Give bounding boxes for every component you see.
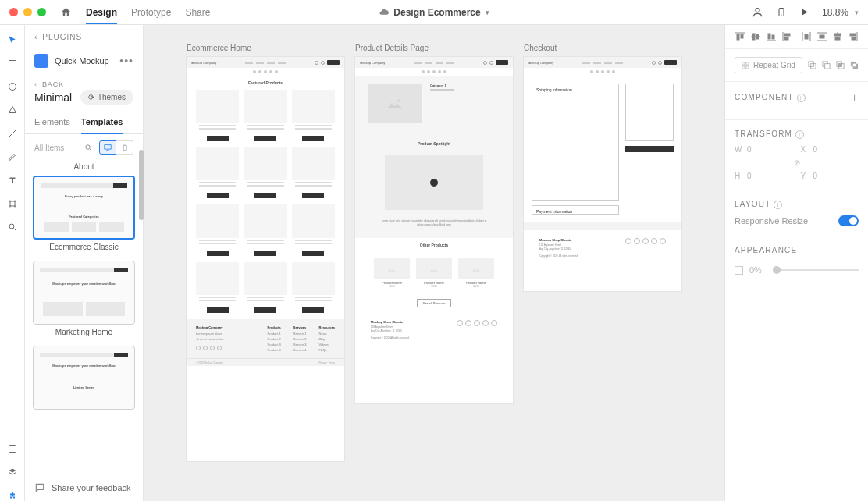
align-bottom-icon[interactable] — [766, 31, 777, 42]
opacity-value[interactable]: 0% — [749, 265, 762, 275]
back-chevron-icon: ‹ — [34, 33, 37, 41]
info-icon[interactable]: i — [797, 94, 806, 102]
exclude-op-icon[interactable] — [849, 61, 859, 70]
artboard-body[interactable]: Mockup Company Shipping Information Paym… — [524, 57, 681, 291]
mobile-icon[interactable] — [116, 140, 133, 155]
back-button[interactable]: ‹ BACK — [25, 73, 143, 90]
titlebar-right: 18.8% ▾ — [752, 6, 859, 19]
zoom-tool-icon[interactable] — [7, 222, 18, 233]
canvas[interactable]: Ecommerce Home Mockup Company Featured P… — [144, 25, 724, 501]
template-item[interactable]: Mockups empower your creative workflow L… — [33, 346, 135, 410]
width-field[interactable]: W0 — [735, 145, 793, 154]
template-thumb: Every product has a story Featured Categ… — [33, 176, 135, 240]
play-icon[interactable] — [799, 6, 811, 19]
plugins-icon[interactable] — [7, 490, 18, 501]
svg-line-5 — [9, 130, 16, 137]
line-tool-icon[interactable] — [7, 128, 18, 139]
chevron-down-icon: ▾ — [855, 9, 859, 16]
artboard-name[interactable]: Checkout — [524, 44, 681, 52]
artboard-body[interactable]: Mockup Company Featured Products — [187, 57, 344, 461]
add-op-icon[interactable] — [807, 61, 816, 70]
info-icon[interactable]: i — [795, 130, 804, 139]
artboard-name[interactable]: Ecommerce Home — [187, 44, 344, 52]
artboard[interactable]: Ecommerce Home Mockup Company Featured P… — [187, 44, 344, 461]
svg-rect-38 — [852, 37, 856, 40]
align-left-icon[interactable] — [781, 31, 792, 42]
template-item[interactable]: Mockups empower your creative workflow M… — [33, 261, 135, 336]
svg-rect-34 — [834, 34, 841, 36]
svg-rect-26 — [784, 37, 788, 40]
align-top-icon[interactable] — [735, 31, 745, 42]
tab-share[interactable]: Share — [185, 7, 210, 18]
chat-icon — [34, 482, 45, 493]
distribute-h-icon[interactable] — [801, 31, 812, 42]
responsive-label: Responsive Resize — [735, 216, 808, 226]
mobile-icon[interactable] — [775, 6, 788, 19]
ellipse-tool-icon[interactable] — [7, 81, 18, 92]
tab-elements[interactable]: Elements — [34, 112, 70, 133]
align-hcenter-icon[interactable] — [832, 31, 843, 42]
align-right-icon[interactable] — [848, 31, 859, 42]
subtract-op-icon[interactable] — [821, 61, 831, 70]
svg-rect-17 — [741, 34, 743, 38]
tab-design[interactable]: Design — [86, 7, 117, 24]
opacity-slider[interactable] — [773, 269, 859, 271]
artboard[interactable]: Checkout Mockup Company Shipping Informa… — [524, 44, 681, 461]
desktop-icon[interactable] — [99, 140, 116, 155]
y-field[interactable]: Y0 — [801, 172, 859, 180]
artboard-body[interactable]: Mockup Company Category 1 Product Spotli… — [355, 57, 513, 403]
titlebar: Design Prototype Share Design Ecommerce … — [0, 0, 868, 25]
feedback-button[interactable]: Share your feedback — [25, 474, 143, 501]
home-icon[interactable] — [60, 6, 72, 18]
x-field[interactable]: X0 — [801, 145, 859, 154]
layers-icon[interactable] — [7, 467, 18, 478]
svg-rect-8 — [9, 446, 16, 453]
artboard[interactable]: Product Details Page Mockup Company Cate… — [355, 44, 513, 461]
text-tool-icon[interactable] — [7, 175, 18, 186]
minimize-icon[interactable] — [23, 8, 32, 16]
distribute-v-icon[interactable] — [816, 31, 827, 42]
themes-button[interactable]: ⟳ Themes — [80, 90, 133, 105]
svg-rect-16 — [737, 34, 739, 40]
tab-templates[interactable]: Templates — [81, 112, 123, 134]
svg-rect-22 — [768, 34, 770, 39]
more-icon[interactable]: ••• — [119, 55, 133, 67]
opacity-checkbox[interactable] — [735, 266, 743, 275]
responsive-toggle[interactable] — [838, 215, 859, 226]
svg-rect-49 — [838, 64, 841, 67]
zoom-control[interactable]: 18.8% ▾ — [822, 7, 859, 18]
svg-line-10 — [90, 148, 92, 151]
height-field[interactable]: H0 — [735, 172, 793, 180]
pen-tool-icon[interactable] — [7, 151, 18, 162]
add-component-icon[interactable]: + — [852, 91, 859, 104]
intersect-op-icon[interactable] — [835, 61, 845, 70]
user-icon[interactable] — [752, 6, 764, 19]
align-vcenter-icon[interactable] — [750, 31, 761, 42]
select-tool-icon[interactable] — [7, 34, 18, 45]
close-icon[interactable] — [9, 8, 18, 16]
template-item[interactable]: Every product has a story Featured Categ… — [33, 176, 135, 251]
artboard-name[interactable]: Product Details Page — [355, 44, 513, 52]
svg-point-4 — [9, 84, 16, 91]
zoom-value: 18.8% — [822, 7, 848, 18]
artboard-tool-icon[interactable] — [7, 198, 18, 209]
plugin-row[interactable]: Quick Mockup ••• — [25, 49, 143, 73]
repeat-grid-button[interactable]: Repeat Grid — [735, 57, 802, 73]
svg-rect-13 — [123, 145, 126, 151]
polygon-tool-icon[interactable] — [7, 105, 18, 115]
assets-icon[interactable] — [7, 443, 18, 454]
tab-prototype[interactable]: Prototype — [131, 7, 171, 18]
doc-title[interactable]: Design Ecommerce ▾ — [379, 7, 489, 18]
template-list[interactable]: Every product has a story Featured Categ… — [25, 176, 143, 474]
lock-icon[interactable]: ⊘ — [794, 158, 800, 167]
rectangle-tool-icon[interactable] — [7, 58, 18, 69]
search-icon[interactable] — [84, 144, 93, 152]
maximize-icon[interactable] — [37, 8, 46, 16]
device-toggle[interactable] — [99, 140, 133, 155]
info-icon[interactable]: i — [774, 201, 782, 209]
refresh-icon: ⟳ — [88, 93, 94, 101]
svg-rect-40 — [746, 62, 749, 64]
plugin-app-icon — [34, 54, 48, 68]
template-thumb: Mockups empower your creative workflow — [33, 261, 135, 325]
plugins-header[interactable]: ‹ PLUGINS — [25, 25, 143, 49]
